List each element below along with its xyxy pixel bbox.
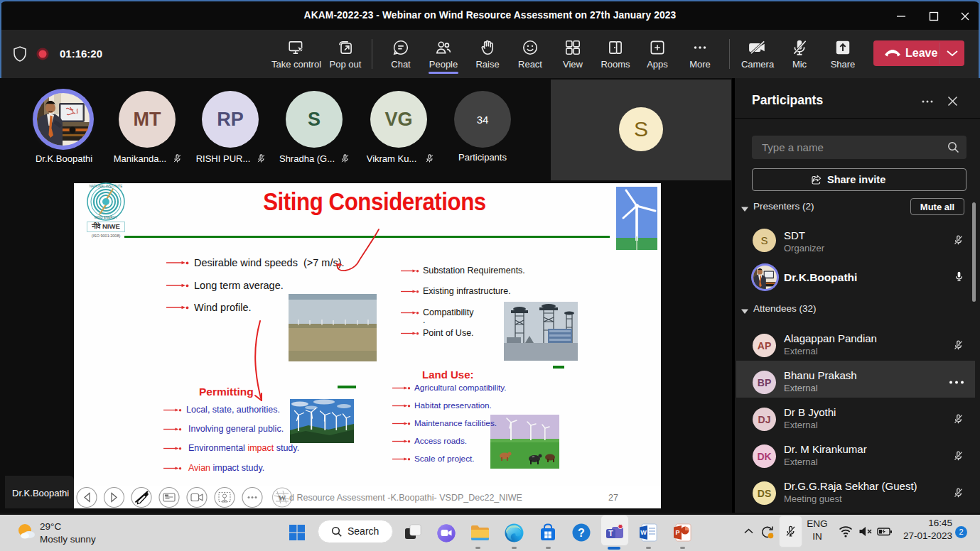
svg-text:W: W: [640, 529, 647, 536]
svg-text:WIND ENERGY: WIND ENERGY: [95, 216, 117, 219]
svg-text:P: P: [675, 529, 679, 536]
svg-text:?: ?: [578, 527, 585, 539]
svg-text:T: T: [608, 529, 613, 538]
svg-text:W: W: [279, 493, 286, 502]
